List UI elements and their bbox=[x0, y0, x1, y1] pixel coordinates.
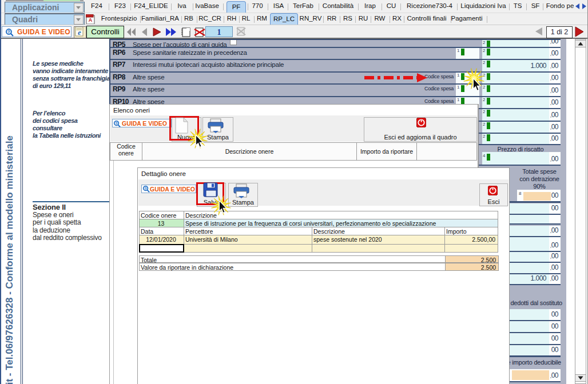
svg-text:?: ? bbox=[145, 187, 147, 190]
svg-text:?: ? bbox=[116, 122, 118, 125]
svg-text:?: ? bbox=[7, 30, 10, 34]
svg-text:A: A bbox=[89, 17, 93, 23]
svg-text:e: e bbox=[78, 28, 81, 37]
